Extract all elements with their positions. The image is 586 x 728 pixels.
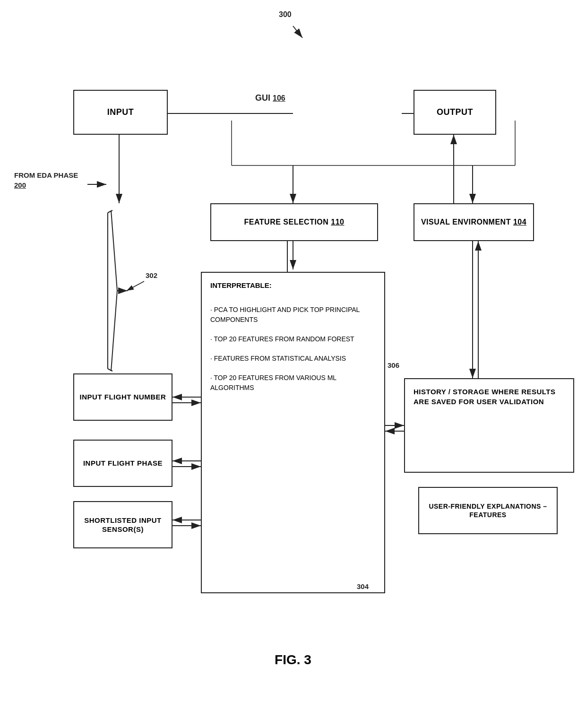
interpretable-title: INTERPRETABLE:: [210, 280, 376, 291]
svg-line-8: [111, 210, 117, 291]
ref-306-label: 306: [388, 360, 399, 370]
input-flight-number-box: INPUT FLIGHT NUMBER: [73, 373, 172, 421]
gui-label: GUI 106: [255, 92, 285, 104]
svg-line-6: [108, 210, 112, 213]
feature-selection-box: FEATURE SELECTION 110: [210, 203, 378, 241]
bullet-ml-algorithms: · TOP 20 FEATURES FROM VARIOUS ML ALGORI…: [210, 373, 376, 393]
shortlisted-input-box: SHORTLISTED INPUT SENSOR(S): [73, 501, 172, 548]
fig-label: FIG. 3: [227, 652, 359, 667]
svg-line-2: [293, 26, 302, 38]
diagram-ref-300: 300: [279, 9, 292, 20]
svg-line-7: [108, 369, 112, 371]
user-friendly-box: USER-FRIENDLY EXPLANATIONS – FEATURES: [418, 487, 558, 534]
history-storage-box: HISTORY / STORAGE WHERE RESULTS ARE SAVE…: [404, 378, 574, 473]
gui-ref: 106: [273, 94, 285, 102]
bullet-random-forest: · TOP 20 FEATURES FROM RANDOM FOREST: [210, 334, 376, 344]
ref-304-label: 304: [357, 581, 369, 591]
input-flight-phase-box: INPUT FLIGHT PHASE: [73, 440, 172, 487]
bullet-statistical: · FEATURES FROM STATISTICAL ANALYSIS: [210, 354, 376, 364]
svg-line-37: [127, 281, 144, 291]
input-box: INPUT: [73, 90, 168, 135]
output-box: OUTPUT: [414, 90, 496, 135]
from-eda-label: FROM EDA PHASE 200: [14, 170, 78, 190]
interpretable-box: INTERPRETABLE: · PCA TO HIGHLIGHT AND PI…: [201, 272, 385, 593]
svg-line-9: [111, 291, 117, 371]
diagram-container: 300 INPUT GUI 106 OUTPUT FROM EDA PHASE …: [0, 0, 586, 728]
visual-env-box: VISUAL ENVIRONMENT 104: [414, 203, 534, 241]
ref-302-label: 302: [146, 270, 157, 280]
bullet-pca: · PCA TO HIGHLIGHT AND PICK TOP PRINCIPA…: [210, 305, 376, 325]
